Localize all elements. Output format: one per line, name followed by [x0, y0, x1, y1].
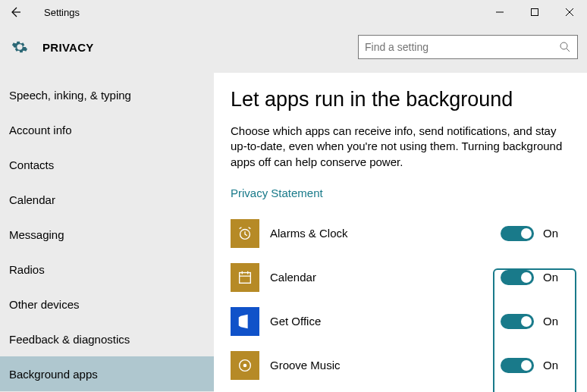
app-row-alarms: Alarms & Clock On	[231, 212, 570, 256]
page-description: Choose which apps can receive info, send…	[231, 124, 564, 170]
svg-point-1	[560, 42, 567, 49]
app-name: Get Office	[270, 315, 501, 328]
section-title: PRIVACY	[42, 41, 94, 54]
app-name: Alarms & Clock	[270, 227, 501, 240]
sidebar-item-speech[interactable]: Speech, inking, & typing	[0, 77, 214, 112]
close-button[interactable]	[552, 0, 587, 24]
toggle-wrap: On	[501, 226, 570, 241]
toggle-wrap: On	[501, 358, 570, 373]
toggle-office[interactable]	[501, 314, 534, 329]
toggle-wrap: On	[501, 314, 570, 329]
toggle-wrap: On	[501, 270, 570, 285]
toggle-label: On	[543, 315, 558, 328]
sidebar-item-label: Background apps	[9, 368, 98, 381]
sidebar-item-label: Feedback & diagnostics	[9, 333, 130, 346]
sidebar-item-label: Calendar	[9, 193, 55, 206]
toggle-alarms[interactable]	[501, 226, 534, 241]
sidebar-item-contacts[interactable]: Contacts	[0, 147, 214, 182]
app-row-calendar: Calendar On	[231, 256, 570, 299]
sidebar-item-calendar[interactable]: Calendar	[0, 182, 214, 217]
sidebar-item-label: Radios	[9, 263, 45, 276]
window-title: Settings	[44, 7, 80, 18]
sidebar-item-label: Contacts	[9, 158, 54, 171]
titlebar: Settings	[0, 0, 587, 24]
svg-point-5	[243, 363, 247, 367]
main-content: Let apps run in the background Choose wh…	[214, 73, 587, 392]
privacy-statement-link[interactable]: Privacy Statement	[231, 187, 323, 199]
toggle-calendar[interactable]	[501, 270, 534, 285]
maximize-icon	[530, 8, 539, 17]
app-row-office: Get Office On	[231, 299, 570, 343]
search-box[interactable]	[358, 35, 578, 59]
toggle-label: On	[543, 359, 558, 372]
header: PRIVACY	[0, 24, 587, 73]
page-heading: Let apps run in the background	[231, 88, 570, 111]
sidebar-item-radios[interactable]: Radios	[0, 252, 214, 287]
office-icon	[231, 307, 259, 336]
settings-window: Settings PRIVACY Speech, inking, & typin…	[0, 0, 587, 392]
sidebar-item-feedback[interactable]: Feedback & diagnostics	[0, 321, 214, 356]
minimize-button[interactable]	[482, 0, 517, 24]
sidebar-item-label: Account info	[9, 124, 72, 136]
sidebar-item-other-devices[interactable]: Other devices	[0, 287, 214, 321]
maximize-button[interactable]	[517, 0, 552, 24]
sidebar-item-label: Other devices	[9, 298, 80, 311]
arrow-left-icon	[9, 6, 21, 18]
body: Speech, inking, & typing Account info Co…	[0, 73, 587, 392]
gear-icon	[9, 39, 30, 55]
svg-rect-3	[240, 272, 251, 283]
app-name: Calendar	[270, 271, 501, 284]
sidebar: Speech, inking, & typing Account info Co…	[0, 73, 214, 392]
close-icon	[565, 8, 574, 17]
minimize-icon	[495, 8, 504, 17]
svg-rect-0	[532, 9, 538, 16]
back-button[interactable]	[0, 0, 30, 24]
app-name: Groove Music	[270, 359, 501, 372]
search-icon	[559, 41, 571, 53]
sidebar-item-label: Messaging	[9, 228, 64, 241]
sidebar-item-account[interactable]: Account info	[0, 112, 214, 147]
sidebar-item-label: Speech, inking, & typing	[9, 89, 131, 102]
alarm-icon	[231, 219, 259, 248]
toggle-label: On	[543, 271, 558, 284]
music-icon	[231, 351, 259, 380]
sidebar-item-messaging[interactable]: Messaging	[0, 217, 214, 252]
calendar-icon	[231, 263, 259, 292]
toggle-groove[interactable]	[501, 358, 534, 373]
sidebar-item-background-apps[interactable]: Background apps	[0, 356, 214, 391]
app-row-groove: Groove Music On	[231, 343, 570, 387]
search-input[interactable]	[365, 41, 559, 53]
toggle-label: On	[543, 227, 558, 240]
